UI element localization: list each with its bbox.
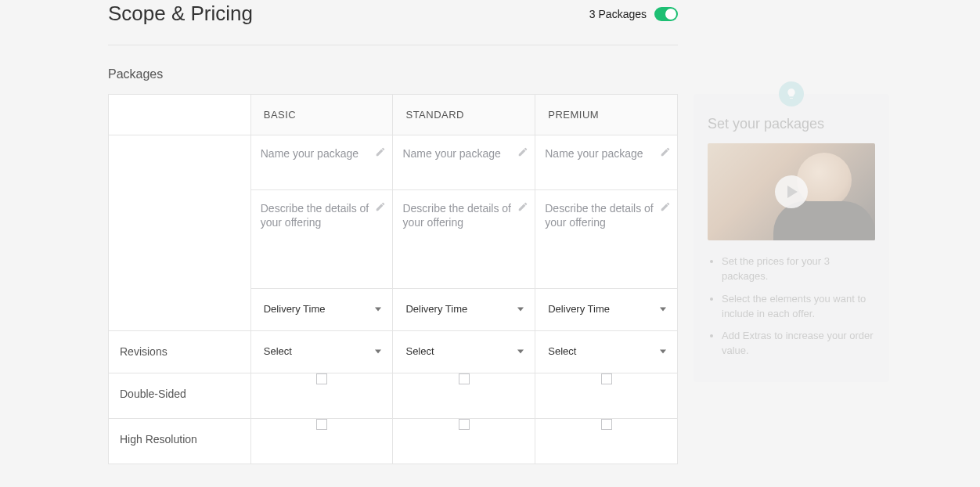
chevron-down-icon [375, 349, 381, 353]
standard-delivery-select[interactable]: Delivery Time [393, 289, 535, 331]
select-value: Select [405, 345, 434, 357]
input-placeholder: Name your package [545, 146, 655, 161]
pencil-icon [517, 146, 528, 157]
pencil-icon [660, 201, 671, 212]
packages-section-label: Packages [108, 67, 678, 81]
chevron-down-icon [660, 349, 666, 353]
packages-toggle-label: 3 Packages [589, 8, 647, 20]
table-corner [109, 95, 251, 135]
chevron-down-icon [660, 307, 666, 311]
input-placeholder: Describe the details of your offering [545, 201, 655, 229]
double-sided-rowlabel: Double-Sided [109, 373, 251, 419]
tip-item: Add Extras to increase your order value. [722, 329, 875, 359]
select-value: Select [548, 345, 576, 357]
pencil-icon [660, 146, 671, 157]
input-placeholder: Describe the details of your offering [261, 201, 371, 229]
packages-toggle[interactable] [654, 7, 678, 21]
column-header-standard: STANDARD [393, 95, 535, 135]
column-header-premium: PREMIUM [535, 95, 678, 135]
pencil-icon [375, 146, 386, 157]
standard-double-sided-checkbox[interactable] [459, 373, 470, 384]
premium-double-sided-checkbox[interactable] [601, 373, 612, 384]
select-value: Delivery Time [405, 303, 467, 315]
tip-item: Set the prices for your 3 packages. [722, 254, 875, 284]
basic-delivery-select[interactable]: Delivery Time [250, 289, 393, 331]
premium-description-input[interactable]: Describe the details of your offering [535, 190, 678, 289]
premium-high-resolution-checkbox[interactable] [601, 419, 612, 430]
input-placeholder: Describe the details of your offering [402, 201, 513, 229]
basic-name-input[interactable]: Name your package [250, 135, 393, 190]
revisions-rowlabel: Revisions [109, 331, 251, 373]
basic-description-input[interactable]: Describe the details of your offering [250, 190, 393, 289]
select-value: Select [264, 345, 292, 357]
tip-item: Select the elements you want to include … [722, 292, 875, 322]
tips-video-thumbnail[interactable] [708, 143, 875, 240]
play-icon [775, 175, 808, 208]
packages-toggle-wrap: 3 Packages [589, 7, 678, 21]
basic-revisions-select[interactable]: Select [250, 331, 393, 373]
premium-delivery-select[interactable]: Delivery Time [535, 289, 678, 331]
page-header: Scope & Pricing 3 Packages [108, 0, 678, 45]
basic-double-sided-checkbox[interactable] [316, 373, 327, 384]
select-value: Delivery Time [264, 303, 326, 315]
input-placeholder: Name your package [261, 146, 371, 161]
lightbulb-icon [779, 81, 804, 106]
standard-high-resolution-checkbox[interactable] [459, 419, 470, 430]
premium-revisions-select[interactable]: Select [535, 331, 678, 373]
tips-list: Set the prices for your 3 packages. Sele… [708, 254, 875, 359]
select-value: Delivery Time [548, 303, 610, 315]
pencil-icon [517, 201, 528, 212]
basic-high-resolution-checkbox[interactable] [316, 419, 327, 430]
input-placeholder: Name your package [402, 146, 513, 161]
standard-name-input[interactable]: Name your package [393, 135, 535, 190]
standard-revisions-select[interactable]: Select [393, 331, 535, 373]
chevron-down-icon [517, 307, 524, 311]
high-resolution-rowlabel: High Resolution [109, 419, 251, 464]
package-meta-rowlabel [109, 135, 251, 331]
pencil-icon [375, 201, 386, 212]
chevron-down-icon [375, 307, 381, 311]
premium-name-input[interactable]: Name your package [535, 135, 678, 190]
tips-sidebar: Set your packages Set the prices for you… [694, 94, 889, 382]
column-header-basic: BASIC [250, 95, 393, 135]
packages-table: BASIC STANDARD PREMIUM Name your package… [108, 94, 678, 464]
chevron-down-icon [517, 349, 524, 353]
page-title: Scope & Pricing [108, 2, 253, 26]
tips-title: Set your packages [708, 116, 875, 132]
standard-description-input[interactable]: Describe the details of your offering [393, 190, 535, 289]
